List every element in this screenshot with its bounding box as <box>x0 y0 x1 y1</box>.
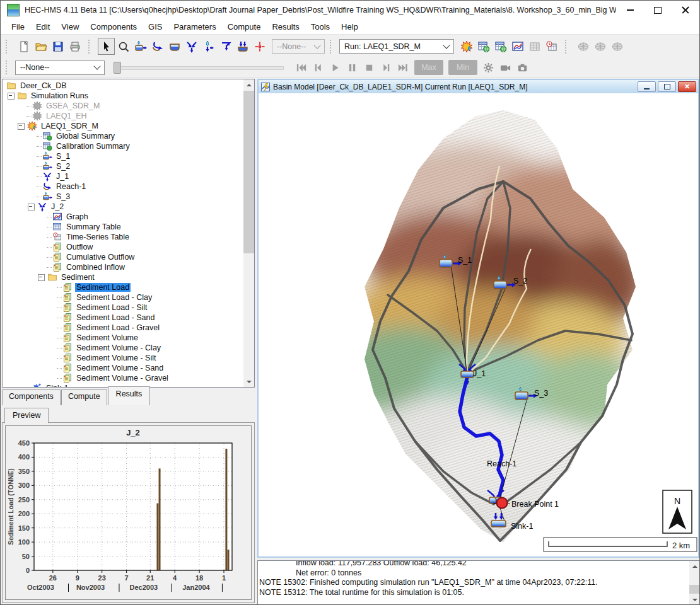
tab-preview[interactable]: Preview <box>4 408 49 424</box>
basin-titlebar[interactable]: Basin Model [Deer_Ck_DB_LADE1_SDR-M] Cur… <box>259 80 698 94</box>
time-slider-handle[interactable] <box>114 62 121 74</box>
tree-item-global-summary[interactable]: Global Summary <box>3 131 243 141</box>
tree-item-sediment-load-silt[interactable]: Sediment Load - Silt <box>3 302 243 313</box>
tab-compute[interactable]: Compute <box>61 389 107 405</box>
minimize-button[interactable] <box>616 1 644 19</box>
scroll-down-icon[interactable] <box>689 594 700 605</box>
new-icon <box>18 40 30 53</box>
zoom-button[interactable] <box>115 38 132 55</box>
tree-item-summary-table[interactable]: Summary Table <box>3 222 243 232</box>
tree-item-sediment[interactable]: Sediment <box>3 272 243 282</box>
tree-item-j-1[interactable]: J_1 <box>3 171 243 182</box>
scroll-up-icon[interactable] <box>243 79 254 90</box>
graph-button[interactable] <box>509 38 526 55</box>
tree-item-outflow[interactable]: Outflow <box>3 242 243 252</box>
play-button[interactable] <box>327 59 344 76</box>
skip-end-button[interactable] <box>395 59 412 76</box>
reservoir-button[interactable] <box>166 38 183 55</box>
maximize-button[interactable] <box>644 1 672 19</box>
tree-item-combined-inflow[interactable]: Combined Inflow <box>3 262 243 272</box>
menu-item-gis[interactable]: GIS <box>143 20 168 33</box>
log-scrollbar[interactable] <box>689 561 700 605</box>
record-button[interactable] <box>497 59 514 76</box>
scroll-down-icon[interactable] <box>243 376 254 387</box>
tree-item-gsea-sdr-m[interactable]: GSEA_SDR_M <box>3 101 243 111</box>
tree-item-sediment-volume-silt[interactable]: Sediment Volume - Silt <box>3 353 243 363</box>
tree-item-sediment-load-gravel[interactable]: Sediment Load - Gravel <box>3 323 243 333</box>
close-button[interactable] <box>672 1 699 19</box>
snapshot-button[interactable] <box>514 59 531 76</box>
tree-item-deer-ck-db[interactable]: Deer_Ck_DB <box>3 81 243 91</box>
tree-item-sediment-volume-clay[interactable]: Sediment Volume - Clay <box>3 343 243 353</box>
tree-item-calibration-summary[interactable]: Calibration Summary <box>3 141 243 151</box>
log-scrollbar-thumb[interactable] <box>689 585 700 594</box>
tree-item-graph[interactable]: Graph <box>3 212 243 222</box>
new-button[interactable] <box>15 38 32 55</box>
tree-item-s-3[interactable]: S_3 <box>3 192 243 202</box>
subbasin-button[interactable] <box>132 38 149 55</box>
diversion-button[interactable] <box>217 38 234 55</box>
sink-button[interactable] <box>234 38 251 55</box>
tree-item-sediment-volume[interactable]: Sediment Volume <box>3 333 243 343</box>
menu-item-compute[interactable]: Compute <box>222 20 267 33</box>
time-slider[interactable] <box>114 61 284 74</box>
menu-item-help[interactable]: Help <box>335 20 364 33</box>
basin-minimize-button[interactable] <box>638 81 656 92</box>
stop-button[interactable] <box>361 59 378 76</box>
source-button[interactable] <box>200 38 217 55</box>
break-point-icon[interactable] <box>497 498 508 509</box>
junction-button[interactable] <box>183 38 200 55</box>
scroll-up-icon[interactable] <box>689 561 700 572</box>
tree-item-j-2[interactable]: J_2 <box>3 202 243 212</box>
tree-item-time-series-table[interactable]: Time-Series Table <box>3 232 243 242</box>
menu-item-file[interactable]: File <box>6 20 30 33</box>
compute-button[interactable] <box>458 38 475 55</box>
tree-item-sediment-load-sand[interactable]: Sediment Load - Sand <box>3 313 243 323</box>
skip-start-button[interactable] <box>293 59 310 76</box>
reach-button[interactable] <box>149 38 166 55</box>
tree-item-laeq1-eh[interactable]: LAEQ1_EH <box>3 111 243 121</box>
pointer-button[interactable] <box>98 38 115 55</box>
table-disabled-button <box>526 38 543 55</box>
animation-layer-dropdown[interactable]: --None-- <box>15 60 105 75</box>
tree-item-reach-1[interactable]: Reach-1 <box>3 182 243 192</box>
tree-item-sediment-volume-sand[interactable]: Sediment Volume - Sand <box>3 363 243 373</box>
time-series-button[interactable] <box>543 38 560 55</box>
menu-item-edit[interactable]: Edit <box>30 20 55 33</box>
menu-item-results[interactable]: Results <box>266 20 305 33</box>
global-summary-2-button[interactable] <box>492 38 509 55</box>
tree-scrollbar[interactable] <box>243 79 254 387</box>
tree-expander-icon[interactable] <box>28 204 35 210</box>
tree-item-cumulative-outflow[interactable]: Cumulative Outflow <box>3 252 243 262</box>
save-button[interactable] <box>49 38 66 55</box>
tree-scrollbar-thumb[interactable] <box>243 91 254 253</box>
tree-item-s-2[interactable]: S_2 <box>3 161 243 171</box>
print-button[interactable] <box>66 38 83 55</box>
menu-item-view[interactable]: View <box>55 20 85 33</box>
step-back-button[interactable] <box>310 59 327 76</box>
tree-item-simulation-runs[interactable]: Simulation Runs <box>3 91 243 101</box>
menu-item-tools[interactable]: Tools <box>305 20 335 33</box>
menu-item-parameters[interactable]: Parameters <box>168 20 221 33</box>
tab-components[interactable]: Components <box>2 389 61 405</box>
pause-button[interactable] <box>344 59 361 76</box>
tree-item-s-1[interactable]: S_1 <box>3 151 243 161</box>
menu-item-components[interactable]: Components <box>85 20 143 33</box>
breakpoint-button[interactable] <box>251 38 268 55</box>
settings-button[interactable] <box>480 59 497 76</box>
tree-item-sediment-volume-gravel[interactable]: Sediment Volume - Gravel <box>3 373 243 383</box>
tree-item-sediment-load-clay[interactable]: Sediment Load - Clay <box>3 292 243 302</box>
tree-expander-icon[interactable] <box>8 93 15 100</box>
tree-expander-icon[interactable] <box>38 274 45 281</box>
tree-item-laeq1-sdr-m[interactable]: LAEQ1_SDR_M <box>3 121 243 131</box>
tab-results[interactable]: Results <box>108 386 151 405</box>
log-line: Inflow load: 117,957.283 Outflow load: 4… <box>259 560 689 568</box>
open-button[interactable] <box>32 38 49 55</box>
step-forward-button[interactable] <box>378 59 395 76</box>
basin-restore-button[interactable] <box>658 81 676 92</box>
basin-close-button[interactable]: ✕ <box>678 81 696 92</box>
tree-item-sediment-load[interactable]: Sediment Load <box>3 282 243 292</box>
run-dropdown[interactable]: Run: LAEQ1_SDR_M <box>339 39 454 54</box>
tree-expander-icon[interactable] <box>18 123 25 130</box>
global-summary-button[interactable] <box>475 38 492 55</box>
